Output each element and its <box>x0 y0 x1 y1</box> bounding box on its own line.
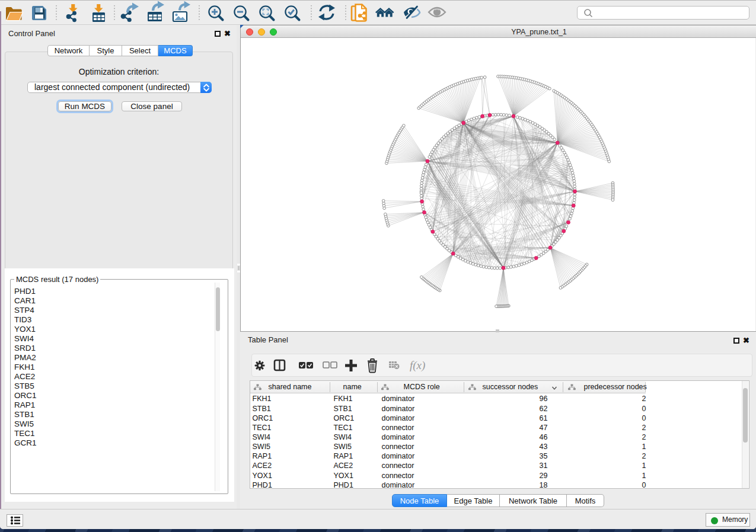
svg-text:f(x): f(x) <box>410 359 425 372</box>
